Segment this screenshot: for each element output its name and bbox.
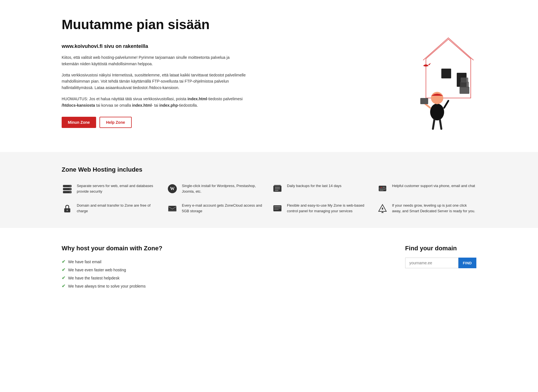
- main-title: Muutamme pian sisään: [62, 17, 247, 32]
- svg-rect-25: [275, 190, 279, 191]
- feature-servers-text: Separate servers for web, email and data…: [77, 183, 161, 194]
- why-item-4: We have always time to solve your proble…: [68, 284, 146, 288]
- check-icon-1: ✔: [62, 259, 65, 264]
- feature-email: Every e-mail account gets ZoneCloud acce…: [167, 203, 266, 214]
- feature-backups-text: Daily backups for the last 14 days: [287, 183, 341, 189]
- why-item-2: We have even faster web hosting: [68, 268, 126, 272]
- list-item: ✔ We have fast email: [62, 259, 162, 264]
- svg-rect-36: [168, 210, 177, 211]
- paragraph3-end: -tiedostolla.: [178, 103, 198, 108]
- why-item-1: We have fast email: [68, 260, 101, 264]
- svg-rect-10: [420, 98, 428, 104]
- minun-zone-button[interactable]: Minun Zone: [62, 117, 96, 128]
- feature-transfer: Domain and email transfer to Zone are fr…: [62, 203, 161, 214]
- svg-rect-32: [379, 190, 383, 191]
- check-icon-3: ✔: [62, 275, 65, 281]
- svg-point-41: [382, 208, 383, 209]
- svg-point-18: [70, 192, 71, 193]
- paragraph3-mid3: - tai: [152, 103, 159, 108]
- myzone-icon: [272, 203, 283, 214]
- svg-rect-4: [460, 82, 469, 87]
- paragraph3-mid1: -tiedosto palvelimesi: [207, 97, 243, 101]
- bold2: /htdocs-kansiosta: [62, 103, 95, 108]
- paragraph3: HUOMAUTUS: Jos et halua näyttää tätä siv…: [62, 96, 247, 108]
- help-zone-button[interactable]: Help Zone: [99, 117, 132, 128]
- svg-point-16: [70, 189, 71, 190]
- backups-icon: [272, 183, 283, 194]
- list-item: ✔ We have even faster web hosting: [62, 267, 162, 272]
- features-grid: Separate servers for web, email and data…: [62, 183, 476, 214]
- paragraph3-pre: HUOMAUTUS: Jos et halua näyttää tätä siv…: [62, 97, 187, 101]
- feature-backups: Daily backups for the last 14 days: [272, 183, 371, 194]
- support-icon: [377, 183, 388, 194]
- servers-icon: [62, 183, 73, 194]
- svg-rect-30: [382, 187, 385, 188]
- svg-rect-29: [381, 187, 382, 188]
- feature-wordpress: W Single-click install for Wordpress, Pr…: [167, 183, 266, 194]
- dedicated-icon: [377, 203, 388, 214]
- why-list: ✔ We have fast email ✔ We have even fast…: [62, 259, 162, 289]
- paragraph1: Kiitos, että valitsit web hosting-palvel…: [62, 54, 247, 67]
- svg-rect-23: [275, 187, 280, 188]
- why-item-3: We have the fastest helpdesk: [68, 276, 119, 280]
- svg-rect-24: [275, 188, 280, 189]
- wordpress-icon: W: [167, 183, 178, 194]
- bold4: index.php: [159, 103, 178, 108]
- paragraph3-mid2: tai korvaa se omalla: [95, 103, 132, 108]
- domain-input[interactable]: [405, 258, 458, 268]
- site-subtitle: www.koivuhovi.fi sivu on rakenteilla: [62, 43, 247, 49]
- svg-point-34: [66, 210, 68, 211]
- bold3: index.html: [132, 103, 152, 108]
- list-item: ✔ We have always time to solve your prob…: [62, 283, 162, 289]
- transfer-icon: [62, 203, 73, 214]
- check-icon-2: ✔: [62, 267, 65, 272]
- svg-rect-3: [460, 87, 469, 94]
- top-section: Muutamme pian sisään www.koivuhovi.fi si…: [0, 0, 538, 152]
- feature-myzone-text: Flexible and easy-to-use My Zone is web-…: [287, 203, 371, 214]
- feature-dedicated-text: If your needs grow, leveling up is just …: [392, 203, 476, 214]
- find-domain-title: Find your domain: [405, 245, 476, 252]
- svg-text:W: W: [170, 186, 175, 191]
- check-icon-4: ✔: [62, 283, 65, 289]
- svg-rect-38: [274, 206, 280, 207]
- svg-line-11: [433, 120, 434, 129]
- domain-search-form: FIND: [405, 258, 476, 268]
- hero-content: Muutamme pian sisään www.koivuhovi.fi si…: [62, 17, 247, 128]
- bold1: index.html: [187, 97, 207, 101]
- svg-point-6: [430, 104, 444, 120]
- feature-wordpress-text: Single-click install for Wordpress, Pres…: [182, 183, 266, 194]
- list-item: ✔ We have the fastest helpdesk: [62, 275, 162, 281]
- feature-myzone: Flexible and easy-to-use My Zone is web-…: [272, 203, 371, 214]
- feature-support-text: Helpful customer support via phone, emai…: [392, 183, 475, 189]
- paragraph2: Jotta verkkosivustosi näkyisi Internetis…: [62, 72, 247, 91]
- svg-rect-2: [441, 69, 451, 78]
- svg-rect-39: [274, 208, 280, 208]
- find-domain-button[interactable]: FIND: [458, 258, 476, 268]
- why-title: Why host your domain with Zone?: [62, 245, 162, 252]
- svg-rect-5: [461, 78, 468, 82]
- hero-illustration: [392, 22, 476, 135]
- svg-rect-31: [379, 189, 386, 190]
- feature-email-text: Every e-mail account gets ZoneCloud acce…: [182, 203, 266, 214]
- feature-support: Helpful customer support via phone, emai…: [377, 183, 476, 194]
- email-icon: [167, 203, 178, 214]
- svg-point-14: [70, 186, 71, 187]
- feature-transfer-text: Domain and email transfer to Zone are fr…: [77, 203, 161, 214]
- svg-rect-26: [274, 185, 280, 186]
- why-host: Why host your domain with Zone? ✔ We hav…: [62, 245, 162, 289]
- features-section: Zone Web Hosting includes Separate serve…: [0, 152, 538, 228]
- features-title: Zone Web Hosting includes: [62, 166, 476, 173]
- svg-line-9: [444, 101, 448, 108]
- svg-rect-40: [274, 209, 279, 210]
- feature-servers: Separate servers for web, email and data…: [62, 183, 161, 194]
- bottom-section: Why host your domain with Zone? ✔ We hav…: [0, 228, 538, 305]
- svg-line-12: [440, 120, 441, 129]
- find-domain: Find your domain FIND: [405, 245, 476, 268]
- illustration-svg: [392, 22, 476, 134]
- feature-dedicated: If your needs grow, leveling up is just …: [377, 203, 476, 214]
- hero-buttons: Minun Zone Help Zone: [62, 117, 247, 128]
